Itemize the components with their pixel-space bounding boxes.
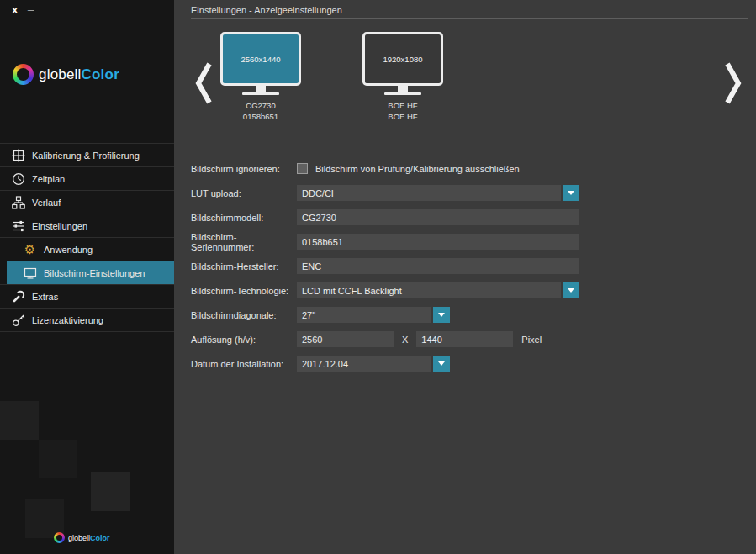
install-date-dropdown-button[interactable] (433, 356, 450, 372)
sidebar-item-verlauf[interactable]: Verlauf (0, 190, 174, 214)
monitor-resolution: 1920x1080 (383, 55, 422, 64)
serial-label: Bildschirm-Seriennummer: (191, 232, 297, 252)
decorative-square (0, 401, 39, 440)
sidebar-item-label: Zeitplan (32, 174, 65, 184)
sidebar-item-label: Anwendung (44, 245, 93, 255)
install-date-select[interactable]: 2017.12.04 (297, 356, 431, 372)
gear-icon: ⚙ (23, 242, 37, 256)
monitor-base (384, 92, 421, 95)
install-date-value: 2017.12.04 (302, 359, 348, 369)
decorative-square (91, 472, 130, 511)
resolution-h-input[interactable] (297, 331, 394, 347)
sidebar-item-zeitplan[interactable]: Zeitplan (0, 166, 174, 190)
diagonal-value: 27" (302, 310, 315, 320)
key-icon (11, 313, 25, 327)
footer-brand-name: globellColor (68, 534, 110, 542)
sidebar-item-label: Lizenzaktivierung (32, 315, 103, 325)
technology-select[interactable]: LCD mit CCFL Backlight (297, 282, 561, 298)
monitor-screen: 1920x1080 (362, 32, 443, 86)
ignore-label: Bildschirm ignorieren: (191, 164, 297, 174)
form-row-diagonal: Bildschirmdiagonale: 27" (191, 303, 579, 327)
sidebar: x _ globellColor Kalibrierung & Profilie… (0, 0, 174, 554)
sidebar-item-anwendung[interactable]: ⚙ Anwendung (0, 237, 174, 261)
chevron-down-icon (568, 191, 574, 195)
chevron-down-icon (438, 361, 445, 366)
form-row-lut: LUT upload: DDC/CI (191, 181, 579, 205)
monitor-card-boe-hf[interactable]: 1920x1080 BOE HF BOE HF (348, 32, 457, 123)
monitor-detail: 0158b651 (206, 112, 315, 123)
sidebar-item-bildschirm-einstellungen[interactable]: Bildschirm-Einstellungen (0, 261, 174, 284)
chevron-down-icon (438, 313, 445, 317)
next-monitor-button[interactable] (724, 61, 743, 109)
sidebar-item-einstellungen[interactable]: Einstellungen (0, 214, 174, 237)
lut-upload-select[interactable]: DDC/CI (297, 185, 561, 201)
lut-dropdown-button[interactable] (563, 185, 579, 201)
form-row-serial: Bildschirm-Seriennummer: (191, 230, 579, 254)
form-row-resolution: Auflösung (h/v): X Pixel (191, 327, 579, 351)
decorative-square (39, 440, 77, 478)
page-title: Einstellungen - Anzeigeeinstellungen (191, 5, 342, 15)
history-tree-icon (11, 195, 25, 209)
monitor-base (242, 92, 279, 95)
resolution-v-input[interactable] (416, 331, 513, 347)
sidebar-item-label: Einstellungen (32, 221, 87, 231)
sidebar-item-label: Kalibrierung & Profilierung (32, 150, 140, 161)
color-wheel-icon (13, 64, 34, 85)
wrench-icon (11, 289, 25, 303)
monitor-card-cg2730[interactable]: 2560x1440 CG2730 0158b651 (206, 32, 315, 123)
technology-value: LCD mit CCFL Backlight (302, 286, 402, 296)
sidebar-item-lizenzaktivierung[interactable]: Lizenzaktivierung (0, 308, 174, 331)
footer-brand-primary: globell (68, 534, 90, 542)
brand-name: globellColor (39, 66, 119, 83)
monitor-stand (256, 86, 266, 92)
model-input[interactable] (297, 209, 579, 225)
diagonal-select[interactable]: 27" (297, 307, 431, 323)
resolution-unit: Pixel (521, 335, 542, 345)
manufacturer-input[interactable] (297, 258, 579, 274)
monitor-name: BOE HF (348, 101, 457, 112)
serial-input[interactable] (297, 234, 579, 250)
technology-dropdown-button[interactable] (563, 282, 579, 298)
calibration-target-icon (11, 148, 25, 162)
window-close-button[interactable]: x (12, 3, 18, 16)
sidebar-menu: Kalibrierung & Profilierung Zeitplan Ver… (0, 143, 174, 332)
lut-upload-value: DDC/CI (302, 188, 334, 198)
form-row-install-date: Datum der Installation: 2017.12.04 (191, 351, 579, 376)
clock-icon (11, 171, 25, 186)
sidebar-item-kalibrierung-profilierung[interactable]: Kalibrierung & Profilierung (0, 143, 174, 166)
ignore-checkbox-label: Bildschirm von Prüfung/Kalibrierung auss… (315, 164, 520, 174)
manufacturer-label: Bildschirm-Hersteller: (191, 261, 297, 272)
form-row-manufacturer: Bildschirm-Hersteller: (191, 254, 579, 278)
sidebar-item-label: Verlauf (32, 198, 61, 208)
monitor-screen: 2560x1440 (220, 32, 301, 86)
diagonal-label: Bildschirmdiagonale: (191, 310, 297, 320)
footer-brand-accent: Color (90, 534, 110, 542)
brand-name-primary: globell (39, 66, 82, 82)
model-label: Bildschirmmodell: (191, 213, 297, 223)
brand-logo: globellColor (13, 64, 119, 85)
monitor-label: CG2730 0158b651 (206, 101, 315, 123)
monitor-label: BOE HF BOE HF (348, 101, 457, 123)
section-divider (191, 135, 744, 135)
color-wheel-icon (54, 532, 65, 543)
diagonal-dropdown-button[interactable] (433, 307, 450, 323)
main-content: Einstellungen - Anzeigeeinstellungen 256… (174, 0, 756, 554)
brand-name-accent: Color (82, 66, 119, 82)
monitor-detail: BOE HF (348, 112, 457, 123)
ignore-checkbox[interactable] (297, 163, 308, 174)
monitor-stand (398, 86, 408, 92)
install-date-label: Datum der Installation: (191, 359, 297, 369)
lut-label: LUT upload: (191, 188, 297, 198)
sidebar-item-label: Extras (32, 292, 58, 302)
form-row-ignore: Bildschirm ignorieren: Bildschirm von Pr… (191, 156, 579, 181)
monitor-icon (23, 266, 37, 280)
form-row-model: Bildschirmmodell: (191, 205, 579, 230)
chevron-down-icon (568, 288, 574, 293)
title-divider (191, 18, 748, 19)
form-row-technology: Bildschirm-Technologie: LCD mit CCFL Bac… (191, 278, 579, 303)
window-minimize-button[interactable]: _ (28, 0, 34, 12)
sliders-icon (11, 219, 25, 233)
sidebar-item-extras[interactable]: Extras (0, 284, 174, 308)
monitor-resolution: 2560x1440 (241, 55, 280, 64)
sidebar-item-label: Bildschirm-Einstellungen (44, 268, 145, 278)
